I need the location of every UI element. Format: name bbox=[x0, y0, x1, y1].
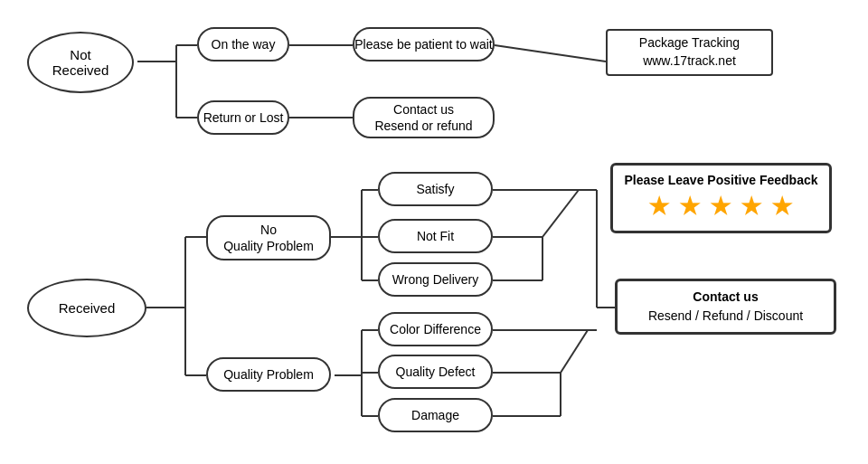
quality-defect-node: Quality Defect bbox=[378, 355, 493, 389]
on-the-way-node: On the way bbox=[197, 27, 289, 62]
feedback-box: Please Leave Positive Feedback ★ ★ ★ ★ ★ bbox=[610, 163, 832, 233]
svg-line-5 bbox=[495, 45, 606, 62]
svg-line-20 bbox=[542, 190, 579, 237]
damage-node: Damage bbox=[378, 398, 493, 432]
wrong-delivery-node: Wrong Delivery bbox=[378, 262, 493, 297]
color-difference-node: Color Difference bbox=[378, 312, 493, 346]
satisfy-node: Satisfy bbox=[378, 172, 493, 206]
package-tracking-node: Package Tracking www.17track.net bbox=[606, 29, 773, 76]
no-quality-problem-node: No Quality Problem bbox=[206, 215, 331, 260]
quality-problem-node: Quality Problem bbox=[206, 357, 331, 392]
not-received-node: Not Received bbox=[27, 32, 134, 93]
resend-refund-label: Resend / Refund / Discount bbox=[648, 307, 803, 326]
contact-resend-top-node: Contact us Resend or refund bbox=[353, 97, 495, 138]
be-patient-node: Please be patient to wait bbox=[353, 27, 495, 62]
received-node: Received bbox=[27, 279, 146, 337]
stars-display: ★ ★ ★ ★ ★ bbox=[648, 189, 795, 224]
feedback-label: Please Leave Positive Feedback bbox=[624, 172, 817, 190]
not-fit-node: Not Fit bbox=[378, 219, 493, 253]
svg-line-30 bbox=[561, 330, 588, 373]
diagram: Not Received On the way Return or Lost P… bbox=[0, 0, 868, 464]
contact-us-label: Contact us bbox=[693, 288, 758, 307]
return-or-lost-node: Return or Lost bbox=[197, 100, 289, 135]
contact-bottom-box: Contact us Resend / Refund / Discount bbox=[615, 279, 836, 335]
